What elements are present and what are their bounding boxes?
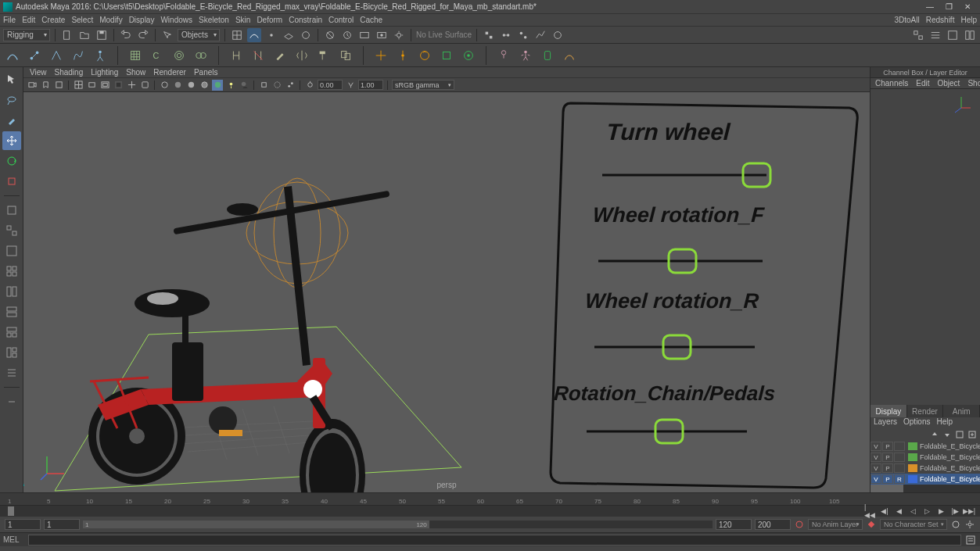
isolate-select-icon[interactable] xyxy=(258,80,269,91)
step-forward-frame-icon[interactable]: ▶ xyxy=(935,506,947,517)
two-side-view[interactable] xyxy=(2,282,21,301)
close-button[interactable]: ✕ xyxy=(958,2,977,13)
wireframe-icon[interactable] xyxy=(159,80,170,91)
layer-ref-cell[interactable]: R xyxy=(894,474,905,484)
selection-mode-dropdown[interactable]: Objects xyxy=(178,29,220,41)
menu-constrain[interactable]: Constrain xyxy=(289,16,322,24)
color-space-dropdown[interactable]: sRGB gamma xyxy=(392,80,454,90)
new-empty-layer-icon[interactable] xyxy=(955,430,964,439)
layer-color-swatch[interactable] xyxy=(908,475,917,483)
outliner-view[interactable] xyxy=(2,363,21,382)
scale-tool[interactable] xyxy=(2,172,21,191)
menu-skeleton[interactable]: Skeleton xyxy=(199,16,229,24)
layer-name[interactable]: Foldable_E_Bicycle_Re: xyxy=(920,453,980,461)
render-settings-icon[interactable] xyxy=(392,28,406,42)
lasso-tool[interactable] xyxy=(2,91,21,109)
aim-constraint-icon[interactable] xyxy=(459,46,478,65)
go-to-end-icon[interactable]: ▶▶| xyxy=(963,506,975,517)
parent-constraint-icon[interactable] xyxy=(372,46,390,65)
layer-color-swatch[interactable] xyxy=(908,464,917,472)
snap-curve-icon[interactable] xyxy=(247,28,261,42)
play-backward-icon[interactable]: ◁ xyxy=(906,506,919,517)
channels-menu[interactable]: Channels xyxy=(875,79,908,88)
menu-help[interactable]: Help xyxy=(960,16,977,24)
open-scene-icon[interactable] xyxy=(77,28,92,42)
image-plane-icon[interactable] xyxy=(53,80,64,91)
panel-menu-view[interactable]: View xyxy=(30,68,47,77)
current-time-marker[interactable] xyxy=(8,506,14,516)
textured-icon[interactable] xyxy=(212,80,223,91)
menu-cache[interactable]: Cache xyxy=(360,16,382,24)
layer-help-menu[interactable]: Help xyxy=(936,417,953,428)
three-left-view[interactable] xyxy=(2,343,21,362)
smooth-shade-icon[interactable] xyxy=(172,80,183,91)
command-input[interactable] xyxy=(28,535,961,546)
history-off-icon[interactable] xyxy=(323,28,337,42)
redo-icon[interactable] xyxy=(136,28,150,42)
layer-playback-cell[interactable]: P xyxy=(882,463,893,473)
graph-icon[interactable] xyxy=(533,28,547,42)
quick-rig-icon[interactable] xyxy=(494,46,513,65)
menu-deform[interactable]: Deform xyxy=(257,16,282,24)
orient-constraint-icon[interactable] xyxy=(415,46,434,65)
use-all-lights-icon[interactable] xyxy=(225,80,236,91)
cluster-icon[interactable]: C xyxy=(148,46,167,65)
joint-tool-icon[interactable] xyxy=(25,46,44,65)
panel-menu-panels[interactable]: Panels xyxy=(194,68,218,77)
layer-color-swatch[interactable] xyxy=(908,442,917,450)
channel-edit-menu[interactable]: Edit xyxy=(916,79,929,88)
tool-settings-icon[interactable] xyxy=(946,28,960,42)
snap-plane-icon[interactable] xyxy=(282,28,296,42)
bookmark-icon[interactable] xyxy=(40,80,51,91)
layer-row[interactable]: V P Foldable_E_Bicycle_Re: xyxy=(871,452,980,463)
hypershade-icon[interactable] xyxy=(551,28,565,42)
select-mode-icon[interactable] xyxy=(160,28,174,42)
play-forward-icon[interactable]: ▷ xyxy=(921,506,933,517)
gamma-icon[interactable] xyxy=(345,80,356,91)
hik-icon[interactable] xyxy=(516,46,535,65)
layer-visibility-cell[interactable]: V xyxy=(871,442,881,451)
wrap-icon[interactable] xyxy=(170,46,188,65)
last-tool[interactable] xyxy=(2,201,21,220)
exposure-input[interactable] xyxy=(318,80,343,90)
blend-shape-icon[interactable] xyxy=(192,46,210,65)
paint-weights-icon[interactable] xyxy=(271,46,289,65)
menu-windows[interactable]: Windows xyxy=(160,16,192,24)
xray-joints-icon[interactable] xyxy=(285,80,296,91)
new-layer-selected-icon[interactable] xyxy=(967,430,977,439)
time-slider[interactable]: |◀◀ ◀| ◀ ◁ ▷ ▶ |▶ ▶▶| xyxy=(0,506,980,517)
menu-redshift[interactable]: Redshift xyxy=(926,16,955,24)
range-start-inner-input[interactable] xyxy=(44,519,80,530)
script-lang-label[interactable]: MEL xyxy=(3,535,25,544)
menu-create[interactable]: Create xyxy=(41,16,65,24)
layer-visibility-cell[interactable]: V xyxy=(871,453,881,462)
menu-3dtoall[interactable]: 3DtoAll xyxy=(894,16,919,24)
wireframe-on-shaded-icon[interactable] xyxy=(199,80,210,91)
tab-render[interactable]: Render xyxy=(907,405,944,417)
two-stacked-view[interactable] xyxy=(2,302,21,321)
scale-constraint-icon[interactable] xyxy=(437,46,456,65)
select-tool[interactable] xyxy=(2,70,21,89)
time-ruler[interactable]: 1510152025303540455055606570758085909510… xyxy=(0,493,980,506)
menu-display[interactable]: Display xyxy=(129,16,155,24)
set-key-icon[interactable] xyxy=(866,519,877,530)
skeleton-icon[interactable] xyxy=(91,46,109,65)
menu-modify[interactable]: Modify xyxy=(99,16,122,24)
layers-menu[interactable]: Layers xyxy=(874,417,897,428)
construction-history-icon[interactable] xyxy=(482,28,496,42)
layer-scrollbar[interactable] xyxy=(871,485,980,492)
move-tool[interactable] xyxy=(2,131,21,150)
mirror-weights-icon[interactable] xyxy=(293,46,311,65)
output-connections-icon[interactable] xyxy=(516,28,530,42)
menu-file[interactable]: File xyxy=(3,16,16,24)
minimize-button[interactable]: — xyxy=(921,2,939,13)
snap-point-icon[interactable] xyxy=(264,28,278,42)
character-set-dropdown[interactable]: No Character Set xyxy=(880,519,947,530)
layer-playback-cell[interactable]: P xyxy=(882,453,893,462)
range-start-outer-input[interactable] xyxy=(5,519,41,530)
layer-name[interactable]: Foldable_E_Bicycle_Re: xyxy=(920,475,980,483)
ik-spline-icon[interactable] xyxy=(69,46,88,65)
maximize-button[interactable]: ❐ xyxy=(939,2,958,13)
channel-box-icon[interactable] xyxy=(963,28,977,42)
minus-icon[interactable] xyxy=(2,392,21,411)
